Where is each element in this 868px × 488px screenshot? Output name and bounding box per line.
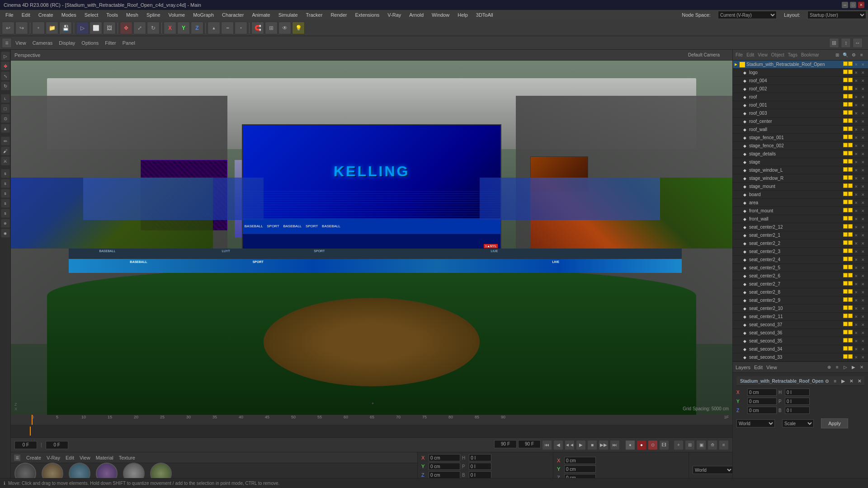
ss37-x2[interactable]: ✕ bbox=[860, 322, 866, 328]
ns-view[interactable]: View bbox=[758, 52, 768, 57]
sf002-d2[interactable] bbox=[848, 143, 853, 147]
ss35-d2[interactable] bbox=[848, 338, 853, 343]
tool-s7[interactable]: ◉ bbox=[1, 229, 10, 238]
menu-window[interactable]: Window bbox=[428, 11, 453, 19]
world-select[interactable]: World Object Parent bbox=[693, 466, 733, 474]
close-button[interactable]: ✕ bbox=[858, 2, 864, 8]
sc211-d1[interactable] bbox=[843, 314, 848, 318]
r001-d2[interactable] bbox=[848, 102, 853, 107]
sc21-d2[interactable] bbox=[848, 232, 853, 237]
tool-live[interactable]: L bbox=[1, 94, 10, 103]
playhead[interactable] bbox=[32, 415, 33, 425]
sf002-x2[interactable]: ✕ bbox=[860, 143, 866, 149]
menu-3dtoall[interactable]: 3DToAll bbox=[472, 11, 497, 19]
poly-btn[interactable]: ▲ bbox=[208, 22, 220, 34]
tree-item-sf001[interactable]: ◆ stage_fence_001 ✕✕ bbox=[733, 134, 868, 142]
sc28-d1[interactable] bbox=[843, 289, 848, 294]
ss35-d1[interactable] bbox=[843, 338, 848, 343]
render-view-button[interactable]: 🖼 bbox=[103, 22, 116, 34]
render-button[interactable]: ▷ bbox=[76, 22, 89, 34]
sc25-d1[interactable] bbox=[843, 265, 848, 269]
tool-knife[interactable]: ⚔ bbox=[1, 156, 10, 165]
menu-spline[interactable]: Spline bbox=[143, 11, 164, 19]
node-space-select[interactable]: Current (V-Ray) bbox=[718, 11, 777, 19]
obj-ti3[interactable]: ▶ bbox=[840, 377, 847, 385]
r004-d1[interactable] bbox=[843, 78, 848, 82]
sc21-x2[interactable]: ✕ bbox=[860, 232, 866, 239]
tree-item-sf002[interactable]: ◆ stage_fence_002 ✕✕ bbox=[733, 142, 868, 150]
sc211-x2[interactable]: ✕ bbox=[860, 314, 866, 320]
obj-x-input[interactable] bbox=[747, 389, 777, 396]
layering-button[interactable]: ⊞ bbox=[685, 440, 695, 450]
scene-icon4[interactable]: ≡ bbox=[858, 52, 865, 59]
play-button[interactable]: ▶ bbox=[576, 440, 586, 450]
menu-simulate[interactable]: Simulate bbox=[275, 11, 302, 19]
sc29-d2[interactable] bbox=[848, 297, 853, 302]
cameras-menu[interactable]: Cameras bbox=[30, 40, 56, 46]
menu-mesh[interactable]: Mesh bbox=[123, 11, 142, 19]
swr-d2[interactable] bbox=[848, 175, 853, 180]
sf001-d1[interactable] bbox=[843, 135, 848, 139]
sc25-d2[interactable] bbox=[848, 265, 853, 269]
scene-icon1[interactable]: ⊞ bbox=[834, 52, 841, 59]
sc21-x[interactable]: ✕ bbox=[853, 232, 859, 239]
display-menu[interactable]: Display bbox=[56, 40, 78, 46]
ss36-d1[interactable] bbox=[843, 330, 848, 334]
scene-icon3[interactable]: ⚙ bbox=[850, 52, 857, 59]
ss33-d2[interactable] bbox=[848, 354, 853, 359]
tree-item-sm[interactable]: ◆ stage_mount ✕✕ bbox=[733, 183, 868, 191]
op-icon3[interactable]: ▷ bbox=[842, 364, 849, 371]
coord-x-pos-input[interactable] bbox=[429, 454, 460, 461]
stage-x2[interactable]: ✕ bbox=[860, 159, 866, 165]
tree-item-sc25[interactable]: ◆ seat_center2_5 ✕✕ bbox=[733, 264, 868, 272]
area-x[interactable]: ✕ bbox=[853, 200, 859, 206]
sc26-x[interactable]: ✕ bbox=[853, 273, 859, 279]
r001-d1[interactable] bbox=[843, 102, 848, 107]
tree-item-roof001[interactable]: ◆ roof_001 ✕✕ bbox=[733, 101, 868, 109]
filter-menu[interactable]: Filter bbox=[102, 40, 118, 46]
sc22-d2[interactable] bbox=[848, 240, 853, 245]
sc25-x[interactable]: ✕ bbox=[853, 265, 859, 271]
tree-item-fw[interactable]: ◆ front_wall ✕✕ bbox=[733, 215, 868, 223]
light-btn[interactable]: 💡 bbox=[292, 22, 305, 34]
viewport-icon1[interactable]: ⊞ bbox=[829, 38, 839, 48]
visibility-btn[interactable]: 👁 bbox=[278, 22, 291, 34]
sc29-d1[interactable] bbox=[843, 297, 848, 302]
tree-root-item[interactable]: ▶ Stadium_with_Retractable_Roof_Open ✕ ✕ bbox=[733, 61, 868, 69]
panel-menu[interactable]: Panel bbox=[120, 40, 138, 46]
obj-world-select[interactable]: World Object Parent bbox=[736, 419, 775, 427]
r004-x[interactable]: ✕ bbox=[853, 78, 859, 84]
rc-x[interactable]: ✕ bbox=[853, 118, 859, 125]
view-menu[interactable]: View bbox=[13, 40, 29, 46]
ns-tags[interactable]: Tags bbox=[788, 52, 797, 57]
roof-d1[interactable] bbox=[843, 94, 848, 99]
sc23-d2[interactable] bbox=[848, 249, 853, 253]
sc212-d2[interactable] bbox=[848, 224, 853, 229]
sc23-d1[interactable] bbox=[843, 249, 848, 253]
tree-item-logo[interactable]: ◆ logo ✕✕ bbox=[733, 69, 868, 77]
rc-d2[interactable] bbox=[848, 118, 853, 123]
sf002-x[interactable]: ✕ bbox=[853, 143, 859, 149]
menu-mograph[interactable]: MoGraph bbox=[189, 11, 217, 19]
menu-help[interactable]: Help bbox=[454, 11, 472, 19]
sc27-x2[interactable]: ✕ bbox=[860, 281, 866, 287]
tree-item-stage[interactable]: ◆ stage ✕✕ bbox=[733, 158, 868, 166]
scale-tool[interactable]: ⤢ bbox=[133, 22, 146, 34]
board-x2[interactable]: ✕ bbox=[860, 192, 866, 198]
ns-object[interactable]: Object bbox=[771, 52, 784, 57]
menu-vray[interactable]: V-Ray bbox=[384, 11, 405, 19]
fw-x[interactable]: ✕ bbox=[853, 216, 859, 222]
op-icon5[interactable]: ✕ bbox=[858, 364, 865, 371]
tree-item-sc26[interactable]: ◆ seat_center2_6 ✕✕ bbox=[733, 272, 868, 280]
op-tab-edit[interactable]: Edit bbox=[754, 365, 763, 370]
tool-s4[interactable]: $ bbox=[1, 199, 10, 208]
r003-x2[interactable]: ✕ bbox=[860, 110, 866, 117]
tree-item-sc27[interactable]: ◆ seat_center2_7 ✕✕ bbox=[733, 280, 868, 288]
tool-move[interactable]: ✥ bbox=[1, 61, 10, 70]
point-btn[interactable]: • bbox=[235, 22, 247, 34]
tree-item-ss35[interactable]: ◆ seat_second_35 ✕✕ bbox=[733, 337, 868, 345]
current-frame-input[interactable] bbox=[46, 441, 68, 449]
size-y-input[interactable] bbox=[564, 465, 596, 473]
mat-tab-create[interactable]: Create bbox=[26, 455, 41, 460]
logo-x[interactable]: ✕ bbox=[853, 70, 859, 76]
